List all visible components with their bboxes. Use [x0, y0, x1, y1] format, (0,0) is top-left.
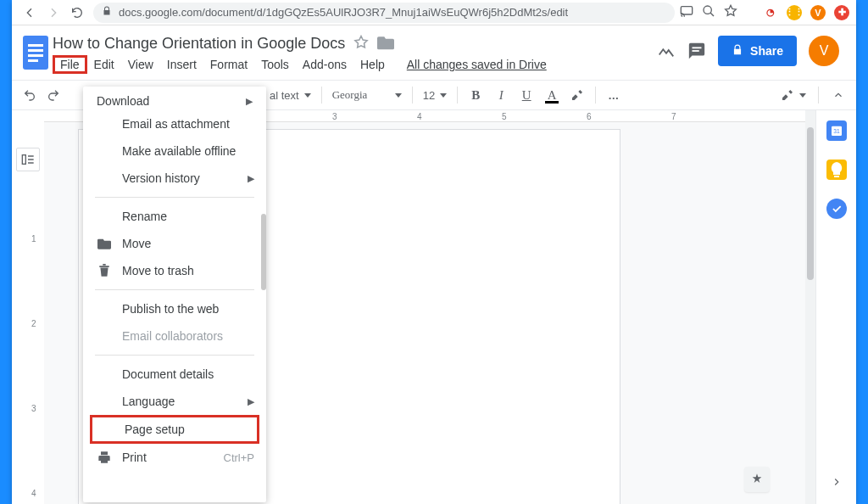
menu-item-move[interactable]: Move [83, 230, 266, 257]
docs-title-area: How to Change Orientation in Google Docs… [53, 32, 547, 75]
font-size-control[interactable]: 12 [420, 84, 450, 106]
browser-nav [19, 2, 88, 24]
doc-title[interactable]: How to Change Orientation in Google Docs [53, 35, 345, 53]
bold-button[interactable]: B [465, 84, 487, 106]
forward-button[interactable] [42, 2, 64, 24]
undo-button[interactable] [19, 84, 41, 106]
docs-logo[interactable] [19, 32, 53, 73]
extension-icon-1[interactable]: ◔ [763, 5, 778, 20]
menu-item-page-setup[interactable]: Page setup [90, 415, 259, 444]
menubar: File Edit View Insert Format Tools Add-o… [53, 54, 547, 75]
ruler-tick: 3 [332, 112, 337, 121]
reload-button[interactable] [66, 2, 88, 24]
star-icon[interactable] [353, 35, 369, 53]
menu-help[interactable]: Help [353, 56, 392, 73]
svg-rect-3 [28, 44, 43, 47]
zoom-icon[interactable] [702, 4, 715, 20]
font-size-value: 12 [423, 89, 435, 102]
menu-edit[interactable]: Edit [87, 56, 121, 73]
menu-item-version-history[interactable]: Version history ▶ [83, 165, 266, 192]
font-label: Georgia [332, 88, 368, 102]
url-text: docs.google.com/document/d/1dgGQzEs5AUlR… [119, 6, 568, 19]
svg-rect-4 [28, 49, 43, 52]
svg-rect-6 [28, 59, 38, 62]
calendar-app-icon[interactable]: 31 [826, 120, 847, 141]
chevron-down-icon [395, 93, 402, 98]
italic-button[interactable]: I [490, 84, 512, 106]
editing-mode-dropdown[interactable] [777, 84, 810, 106]
title-row: How to Change Orientation in Google Docs [53, 32, 547, 54]
profile-avatar[interactable]: V [810, 5, 826, 20]
comments-icon[interactable] [687, 42, 706, 60]
text-color-button[interactable]: A [541, 84, 563, 106]
menu-tools[interactable]: Tools [254, 56, 296, 73]
file-menu-dropdown: Download ▶ Email as attachment Make avai… [83, 87, 266, 502]
menu-item-language[interactable]: Language ▶ [83, 388, 266, 415]
activity-icon[interactable] [657, 42, 676, 60]
undo-redo-group [19, 84, 64, 106]
menu-insert[interactable]: Insert [160, 56, 203, 73]
svg-rect-9 [22, 155, 25, 165]
chevron-down-icon [304, 93, 311, 98]
explore-button[interactable] [744, 467, 770, 492]
header-right: Share V [657, 36, 849, 66]
bookmark-star-icon[interactable] [724, 4, 737, 20]
menu-item-email-attachment[interactable]: Email as attachment [83, 110, 266, 137]
sidebar-collapse-button[interactable] [831, 476, 843, 490]
menu-item-download[interactable]: Download ▶ [83, 92, 266, 110]
highlight-button[interactable] [566, 84, 588, 106]
menu-addons[interactable]: Add-ons [296, 56, 353, 73]
svg-rect-8 [693, 50, 699, 52]
account-avatar[interactable]: V [809, 36, 839, 66]
collapse-toolbar-button[interactable] [827, 84, 849, 106]
menu-view[interactable]: View [121, 56, 160, 73]
ruler-tick: 4 [417, 112, 422, 121]
menu-item-document-details[interactable]: Document details [83, 361, 266, 388]
menu-item-publish-web[interactable]: Publish to the web [83, 295, 266, 322]
saved-status[interactable]: All changes saved in Drive [407, 58, 547, 71]
svg-rect-2 [23, 36, 48, 70]
menu-scrollbar[interactable] [261, 214, 266, 290]
vertical-scrollbar[interactable] [805, 110, 815, 504]
extension-icon-3[interactable]: ✚ [834, 5, 849, 20]
chevron-down-icon [440, 93, 447, 98]
keep-app-icon[interactable] [826, 160, 847, 180]
shortcut-label: Ctrl+P [224, 451, 254, 464]
ruler-tick: 6 [587, 112, 592, 121]
chevron-right-icon: ▶ [246, 96, 253, 107]
address-bar[interactable]: docs.google.com/document/d/1dgGQzEs5AUlR… [93, 3, 675, 23]
share-label: Share [750, 44, 783, 58]
browser-bar: docs.google.com/document/d/1dgGQzEs5AUlR… [12, 0, 856, 25]
lock-icon [102, 6, 112, 19]
google-docs-window: docs.google.com/document/d/1dgGQzEs5AUlR… [12, 0, 856, 504]
vertical-ruler[interactable]: 1 2 3 4 [29, 141, 44, 504]
font-dropdown[interactable]: Georgia [329, 84, 405, 106]
chevron-right-icon: ▶ [248, 396, 254, 407]
extension-icon-2[interactable]: ⋮⋮ [787, 5, 802, 20]
svg-rect-5 [28, 54, 43, 57]
menu-item-print[interactable]: Print Ctrl+P [83, 444, 266, 471]
folder-icon [97, 238, 112, 249]
menu-item-rename[interactable]: Rename [83, 203, 266, 230]
menu-file[interactable]: File [53, 55, 87, 74]
svg-point-1 [704, 6, 711, 14]
menu-item-make-offline[interactable]: Make available offline [83, 137, 266, 165]
back-button[interactable] [19, 2, 41, 24]
menu-item-email-collaborators: Email collaborators [83, 322, 266, 350]
print-icon [97, 451, 112, 464]
svg-rect-7 [693, 47, 702, 48]
move-folder-icon[interactable] [377, 35, 394, 53]
menu-item-move-to-trash[interactable]: Move to trash [83, 257, 266, 284]
ruler-tick: 7 [671, 112, 676, 121]
more-toolbar-button[interactable]: … [603, 84, 625, 106]
paragraph-style-dropdown[interactable]: al text [266, 84, 314, 106]
share-button[interactable]: Share [718, 36, 797, 66]
tasks-app-icon[interactable] [826, 199, 847, 219]
ruler-tick: 5 [502, 112, 507, 121]
menu-format[interactable]: Format [203, 56, 254, 73]
redo-button[interactable] [42, 84, 64, 106]
docs-header: How to Change Orientation in Google Docs… [12, 25, 856, 75]
cast-icon[interactable] [680, 5, 693, 20]
underline-button[interactable]: U [515, 84, 537, 106]
trash-icon [97, 264, 112, 277]
